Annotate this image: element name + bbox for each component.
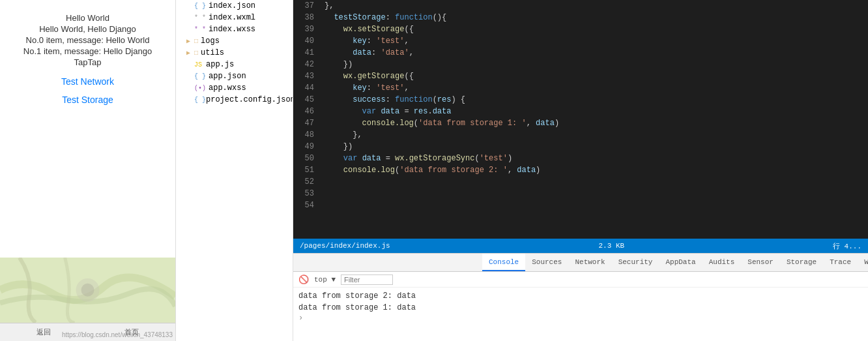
file-project-config[interactable]: { } project.config.json — [176, 94, 293, 106]
code-line-50: }) — [325, 141, 868, 153]
folder-icon: ▶ □ — [186, 37, 198, 45]
console-output: data from storage 2: data data from stor… — [293, 288, 868, 341]
devtools-panel: Console Sources Network Security AppData… — [293, 253, 868, 341]
clear-console-icon[interactable]: 🚫 — [298, 274, 309, 285]
folder-label: utils — [201, 48, 224, 57]
screen-line-3: No.0 item, message: Hello World — [26, 35, 150, 45]
tab-network[interactable]: Network — [568, 254, 611, 271]
screen-line-5: TapTap — [74, 57, 102, 67]
json-icon: { } — [194, 96, 203, 104]
code-editor: 3738394041 4243444546 4748495051 525354 … — [293, 0, 868, 253]
editor-filesize: 2.3 KB — [599, 242, 625, 250]
tab-appdata[interactable]: AppData — [659, 254, 702, 271]
code-line-46: success: function(res) { — [325, 94, 868, 106]
console-line-2: data from storage 1: data — [298, 302, 868, 314]
code-line-47: var data = res.data — [325, 106, 868, 117]
code-line-45: key: 'test', — [325, 82, 868, 94]
devtools-body: 🚫 top ▼ Default levels ▼ data from stora… — [293, 272, 868, 341]
editor-content: 3738394041 4243444546 4748495051 525354 … — [293, 0, 868, 239]
console-section: 🚫 top ▼ Default levels ▼ data from stora… — [293, 272, 868, 341]
tab-sensor[interactable]: Sensor — [741, 254, 780, 271]
file-label: index.wxss — [209, 25, 255, 34]
console-prompt[interactable]: › — [298, 314, 868, 323]
tab-wxml[interactable]: Wxml — [858, 254, 868, 271]
json-icon: { } — [194, 73, 206, 80]
editor-row-indicator: 行 4... — [833, 241, 861, 251]
filter-input[interactable] — [341, 274, 393, 285]
file-app-json[interactable]: { } app.json — [176, 70, 293, 82]
top-selector[interactable]: top ▼ — [314, 276, 336, 284]
file-index-json[interactable]: { } index.json — [176, 0, 293, 12]
file-tree-panel: { } index.json * * index.wxml * * index.… — [176, 0, 293, 341]
file-label: app.wxss — [209, 83, 246, 93]
js-icon: JS — [194, 61, 203, 68]
code-line-42: data: 'data', — [325, 47, 868, 59]
watermark: https://blog.csdn.net/weixin_43748133 — [62, 331, 173, 338]
map-area — [0, 258, 175, 323]
file-label: app.js — [206, 60, 234, 69]
folder-logs[interactable]: ▶ □ logs — [176, 35, 293, 47]
folder-utils[interactable]: ▶ □ utils — [176, 47, 293, 59]
code-line-40: wx.setStorage({ — [325, 23, 868, 35]
file-app-wxss[interactable]: (•) app.wxss — [176, 82, 293, 94]
file-label: index.json — [209, 1, 255, 10]
tab-audits[interactable]: Audits — [702, 254, 742, 271]
file-label: project.config.json — [206, 95, 293, 104]
screen-line-1: Hello World — [66, 13, 109, 23]
editor-filename: /pages/index/index.js — [300, 242, 390, 250]
file-index-wxml[interactable]: * * index.wxml — [176, 12, 293, 23]
json-icon: { } — [194, 3, 206, 10]
code-content: }, testStorage: function(){ wx.setStorag… — [319, 0, 868, 239]
test-network-button[interactable]: Test Network — [61, 76, 114, 87]
screen-line-2: Hello World, Hello Django — [39, 24, 136, 34]
file-index-wxss[interactable]: * * index.wxss — [176, 23, 293, 35]
svg-point-2 — [81, 284, 94, 297]
console-toolbar: 🚫 top ▼ Default levels ▼ — [293, 272, 868, 288]
line-numbers: 3738394041 4243444546 4748495051 525354 — [293, 0, 319, 239]
bottom-label-back[interactable]: 返回 — [36, 327, 51, 337]
tab-security[interactable]: Security — [612, 254, 659, 271]
folder-icon: ▶ □ — [186, 49, 198, 57]
code-line-39: testStorage: function(){ — [325, 12, 868, 23]
tab-trace[interactable]: Trace — [823, 254, 858, 271]
code-line-43: }) — [325, 59, 868, 70]
file-app-js[interactable]: JS app.js — [176, 59, 293, 70]
folder-label: logs — [201, 37, 220, 46]
code-line-51: var data = wx.getStorageSync('test') — [325, 153, 868, 164]
code-line-44: wx.getStorage({ — [325, 70, 868, 82]
file-label: index.wxml — [209, 13, 255, 22]
test-storage-button[interactable]: Test Storage — [62, 95, 113, 105]
file-label: app.json — [209, 72, 246, 81]
tab-storage[interactable]: Storage — [780, 254, 823, 271]
phone-simulator: Hello World Hello World, Hello Django No… — [0, 0, 176, 341]
code-line-48: console.log('data from storage 1: ', dat… — [325, 117, 868, 129]
code-line-49: }, — [325, 129, 868, 141]
main-area: Hello World Hello World, Hello Django No… — [0, 0, 868, 341]
code-line-41: key: 'test', — [325, 35, 868, 47]
editor-status-bar: /pages/index/index.js 2.3 KB 行 4... — [293, 239, 868, 253]
tab-console[interactable]: Console — [482, 254, 525, 271]
wxss-app-icon: (•) — [194, 85, 206, 92]
devtools-tabs: Console Sources Network Security AppData… — [293, 254, 868, 272]
editor-devtools-area: 3738394041 4243444546 4748495051 525354 … — [293, 0, 868, 341]
wxml-icon: * * — [194, 14, 206, 22]
map-svg — [0, 258, 175, 323]
code-line-53: console.log('data from storage 2: ', dat… — [325, 164, 868, 176]
screen-line-4: No.1 item, message: Hello Django — [23, 46, 152, 56]
phone-screen: Hello World Hello World, Hello Django No… — [0, 0, 175, 258]
console-line-1: data from storage 2: data — [298, 290, 868, 302]
wxss-icon: * * — [194, 26, 206, 33]
code-line-37: }, — [325, 0, 868, 12]
tab-sources[interactable]: Sources — [525, 254, 568, 271]
